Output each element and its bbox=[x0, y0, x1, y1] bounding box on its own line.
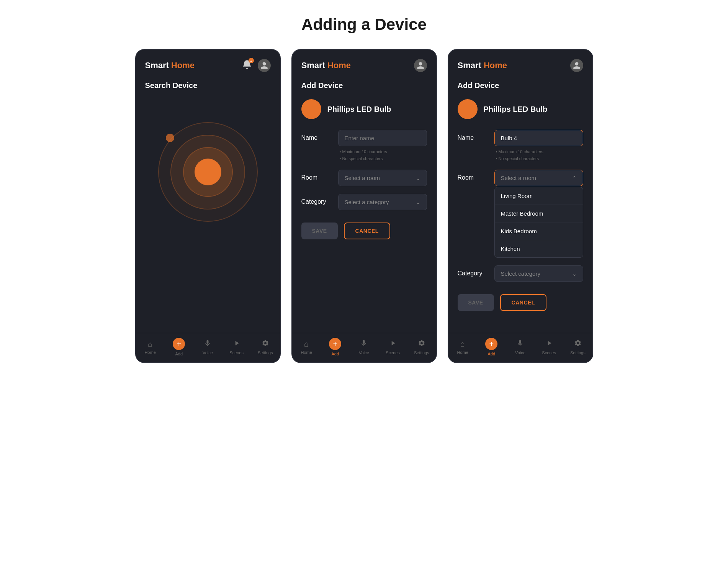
room-row-2: Room Select a room ⌄ bbox=[301, 170, 427, 186]
user-icon-1 bbox=[260, 61, 268, 70]
room-option-master[interactable]: Master Bedroom bbox=[495, 205, 583, 223]
name-label-2: Name bbox=[301, 130, 332, 141]
nav-scenes-3[interactable]: Scenes bbox=[538, 339, 561, 355]
nav-add-label-2: Add bbox=[331, 352, 339, 356]
nav-home-label-3: Home bbox=[457, 350, 468, 355]
nav-settings-label-2: Settings bbox=[414, 350, 429, 355]
name-input-2[interactable] bbox=[338, 130, 427, 146]
room-field-3: Select a room ⌃ Living Room Master Bedro… bbox=[494, 170, 583, 258]
nav-settings-2[interactable]: Settings bbox=[410, 339, 433, 355]
bottom-nav-2: ⌂ Home + Add Voice Scenes bbox=[292, 333, 436, 362]
cancel-button-3[interactable]: CANCEL bbox=[500, 294, 546, 311]
device-info-2: Phillips LED Bulb bbox=[301, 99, 427, 119]
nav-settings-label-3: Settings bbox=[570, 350, 586, 355]
nav-voice-2[interactable]: Voice bbox=[352, 339, 375, 355]
name-input-3[interactable] bbox=[494, 130, 583, 146]
nav-home-3[interactable]: ⌂ Home bbox=[451, 340, 474, 355]
category-group-3: Category Select category ⌄ bbox=[458, 265, 583, 282]
category-row-2: Category Select a category ⌄ bbox=[301, 194, 427, 210]
gear-icon-3 bbox=[574, 339, 582, 349]
brand-home-1: Home bbox=[171, 61, 195, 70]
radar-center bbox=[195, 159, 221, 185]
chevron-down-icon-cat-3: ⌄ bbox=[572, 271, 577, 277]
room-option-living[interactable]: Living Room bbox=[495, 187, 583, 205]
chevron-down-icon-2: ⌄ bbox=[416, 175, 420, 181]
gear-icon-2 bbox=[418, 339, 425, 349]
device-icon-2 bbox=[301, 99, 321, 119]
nav-settings-label-1: Settings bbox=[258, 350, 273, 355]
mic-icon-3 bbox=[516, 339, 524, 349]
nav-voice-1[interactable]: Voice bbox=[196, 339, 219, 355]
name-group-2: Name Maximum 10 characters No special ch… bbox=[301, 130, 427, 162]
brand-home-3: Home bbox=[484, 61, 507, 70]
name-row-2: Name Maximum 10 characters No special ch… bbox=[301, 130, 427, 162]
chevron-down-icon-cat-2: ⌄ bbox=[416, 199, 420, 205]
nav-voice-label-1: Voice bbox=[203, 350, 213, 355]
category-label-3: Category bbox=[458, 265, 488, 277]
avatar-button-2[interactable] bbox=[414, 59, 427, 72]
nav-home-label-1: Home bbox=[144, 350, 155, 355]
category-row-3: Category Select category ⌄ bbox=[458, 265, 583, 282]
save-button-3[interactable]: SAVE bbox=[458, 294, 494, 311]
brand-search: Smart Home bbox=[145, 61, 195, 70]
room-dropdown-3[interactable]: Select a room ⌃ bbox=[494, 170, 583, 186]
room-option-kids[interactable]: Kids Bedroom bbox=[495, 223, 583, 240]
nav-add-3[interactable]: + Add bbox=[480, 338, 503, 356]
category-group-2: Category Select a category ⌄ bbox=[301, 194, 427, 210]
header-icons-1: 1 bbox=[242, 59, 271, 72]
screen-add-dropdown: Smart Home Add Device Phillips LED Bulb … bbox=[448, 49, 593, 363]
header-icons-3 bbox=[570, 59, 583, 72]
nav-scenes-1[interactable]: Scenes bbox=[225, 339, 248, 355]
room-dropdown-2[interactable]: Select a room ⌄ bbox=[338, 170, 427, 186]
category-placeholder-3: Select category bbox=[501, 270, 540, 277]
nav-add-2[interactable]: + Add bbox=[324, 338, 347, 356]
brand-2: Smart Home bbox=[301, 61, 351, 70]
nav-settings-1[interactable]: Settings bbox=[254, 339, 277, 355]
add-dropdown-content: Add Device Phillips LED Bulb Name Maximu… bbox=[448, 78, 592, 333]
nav-settings-3[interactable]: Settings bbox=[566, 339, 589, 355]
room-option-kitchen[interactable]: Kitchen bbox=[495, 240, 583, 257]
name-field-2: Maximum 10 characters No special charact… bbox=[338, 130, 427, 162]
page-title: Adding a Device bbox=[301, 15, 427, 34]
avatar-button-3[interactable] bbox=[570, 59, 583, 72]
device-name-2: Phillips LED Bulb bbox=[327, 105, 391, 114]
hint-chars-3: Maximum 10 characters bbox=[496, 149, 583, 155]
name-label-3: Name bbox=[458, 130, 488, 141]
device-info-3: Phillips LED Bulb bbox=[458, 99, 583, 119]
add-empty-content: Add Device Phillips LED Bulb Name Maximu… bbox=[292, 78, 436, 333]
category-field-3: Select category ⌄ bbox=[494, 265, 583, 282]
search-content: Search Device bbox=[136, 78, 280, 292]
name-hints-3: Maximum 10 characters No special charact… bbox=[494, 149, 583, 162]
cancel-button-2[interactable]: CANCEL bbox=[344, 223, 390, 239]
bell-button[interactable]: 1 bbox=[242, 59, 252, 72]
category-field-2: Select a category ⌄ bbox=[338, 194, 427, 210]
home-icon-2: ⌂ bbox=[304, 340, 309, 349]
search-animation bbox=[145, 99, 271, 245]
play-icon-2 bbox=[389, 339, 397, 349]
bottom-nav-3: ⌂ Home + Add Voice Scenes bbox=[448, 333, 592, 362]
nav-home-2[interactable]: ⌂ Home bbox=[295, 340, 318, 355]
header-add-empty: Smart Home bbox=[292, 50, 436, 78]
room-label-2: Room bbox=[301, 170, 332, 181]
category-dropdown-2[interactable]: Select a category ⌄ bbox=[338, 194, 427, 210]
nav-scenes-label-3: Scenes bbox=[542, 350, 556, 355]
category-dropdown-3[interactable]: Select category ⌄ bbox=[494, 265, 583, 282]
save-button-2[interactable]: SAVE bbox=[301, 223, 338, 239]
name-hints-2: Maximum 10 characters No special charact… bbox=[338, 149, 427, 162]
nav-home-1[interactable]: ⌂ Home bbox=[139, 340, 162, 355]
nav-add-1[interactable]: + Add bbox=[167, 338, 190, 356]
home-icon-1: ⌂ bbox=[148, 340, 152, 349]
add-circle-1: + bbox=[173, 338, 185, 350]
gear-icon-1 bbox=[262, 339, 269, 349]
nav-home-label-2: Home bbox=[301, 350, 312, 355]
name-row-3: Name Maximum 10 characters No special ch… bbox=[458, 130, 583, 162]
brand-smart-3: Smart bbox=[458, 61, 481, 70]
device-icon-3 bbox=[458, 99, 478, 119]
nav-scenes-label-2: Scenes bbox=[386, 350, 400, 355]
nav-scenes-2[interactable]: Scenes bbox=[381, 339, 404, 355]
nav-voice-3[interactable]: Voice bbox=[509, 339, 532, 355]
avatar-button-1[interactable] bbox=[258, 59, 271, 72]
room-placeholder-2: Select a room bbox=[345, 175, 380, 181]
user-icon-2 bbox=[416, 61, 425, 70]
brand-3: Smart Home bbox=[458, 61, 507, 70]
